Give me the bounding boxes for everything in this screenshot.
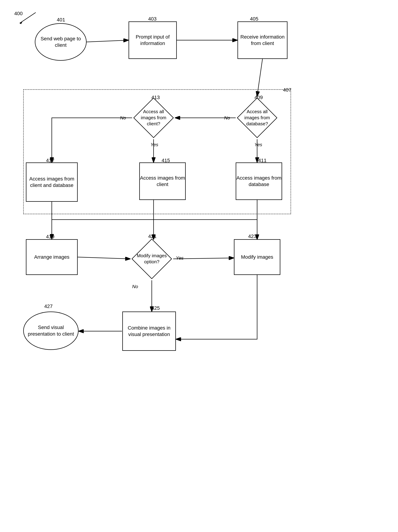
node-403-text: Prompt input of information xyxy=(129,34,176,47)
node-421-text: Modify images option? xyxy=(130,237,173,280)
node-427-text: Send visual presentation to client xyxy=(24,324,78,337)
label-419: 419 xyxy=(46,234,54,240)
svg-line-15 xyxy=(78,257,130,259)
node-419-text: Arrange images xyxy=(34,254,69,260)
label-403: 403 xyxy=(148,16,157,22)
node-409-diamond: Access all images from database? xyxy=(236,96,278,139)
node-409-text: Access all images from database? xyxy=(236,96,278,139)
node-401-send-web-page: Send web page to client xyxy=(35,23,87,61)
node-401-text: Send web page to client xyxy=(35,36,86,49)
node-417-access-both: Access images from client and database xyxy=(26,162,78,202)
svg-line-0 xyxy=(20,13,36,23)
node-415-text: Access images from client xyxy=(140,175,185,188)
node-405-receive-info: Receive information from client xyxy=(238,21,287,59)
label-423: 423 xyxy=(248,234,257,239)
node-411-access-db: Access images from database xyxy=(236,162,282,200)
arrow-label-yes-421: Yes xyxy=(176,255,183,261)
node-417-text: Access images from client and database xyxy=(26,176,77,189)
node-415-access-client: Access images from client xyxy=(139,162,186,200)
node-411-text: Access images from database xyxy=(236,175,282,188)
arrow-label-no-421: No xyxy=(132,284,138,289)
node-405-text: Receive information from client xyxy=(238,34,287,47)
arrow-label-yes-409: Yes xyxy=(254,142,262,147)
arrow-label-no-413: No xyxy=(120,115,126,121)
node-423-text: Modify images xyxy=(241,254,273,260)
node-419-arrange: Arrange images xyxy=(26,239,78,275)
svg-line-3 xyxy=(87,40,128,42)
node-423-modify: Modify images xyxy=(234,239,280,275)
label-405: 405 xyxy=(250,16,258,22)
node-427-send-visual: Send visual presentation to client xyxy=(23,311,79,350)
node-425-combine: Combine images in visual presentation xyxy=(122,311,176,351)
label-425: 425 xyxy=(152,305,160,311)
node-403-prompt-input: Prompt input of information xyxy=(129,21,177,59)
arrow-label-no-409: No xyxy=(224,115,230,121)
node-421-diamond: Modify images option? xyxy=(130,237,173,280)
arrow-label-yes-413: Yes xyxy=(151,142,158,147)
label-401: 401 xyxy=(57,17,65,23)
node-413-text: Access all images from client? xyxy=(132,96,175,139)
node-413-diamond: Access all images from client? xyxy=(132,96,175,139)
label-427: 427 xyxy=(44,304,53,309)
flowchart-diagram: 400 401 403 405 407 409 413 411 415 417 … xyxy=(0,0,398,532)
figure-arrow xyxy=(16,11,38,25)
node-425-text: Combine images in visual presentation xyxy=(123,325,175,338)
